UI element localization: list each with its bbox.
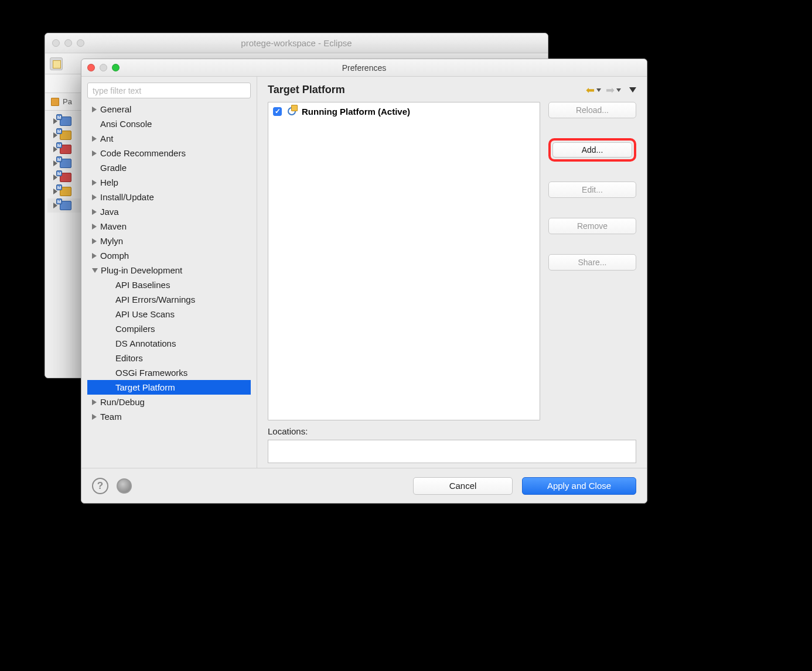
- page-header: Target Platform ⬅ ➡: [268, 84, 636, 96]
- add-button-highlight: Add...: [548, 138, 636, 162]
- preferences-footer: ? Cancel Apply and Close: [81, 468, 647, 503]
- tree-item-oomph[interactable]: Oomph: [87, 248, 251, 263]
- target-row[interactable]: Running Platform (Active): [273, 106, 535, 117]
- locations-label: Locations:: [268, 426, 636, 436]
- preferences-title: Preferences: [81, 63, 647, 73]
- tree-item-install-update[interactable]: Install/Update: [87, 190, 251, 204]
- preferences-tree-pane: General Ansi Console Ant Code Recommende…: [81, 77, 257, 468]
- tree-item-ant[interactable]: Ant: [87, 131, 251, 146]
- tree-item-mylyn[interactable]: Mylyn: [87, 234, 251, 248]
- edit-button[interactable]: Edit...: [548, 182, 636, 198]
- nav-back-button[interactable]: ⬅: [586, 85, 601, 95]
- reload-button[interactable]: Reload...: [548, 102, 636, 118]
- tree-item-plugin-dev[interactable]: Plug-in Development: [87, 263, 251, 278]
- filter-input[interactable]: [87, 83, 251, 98]
- target-label: Running Platform (Active): [302, 107, 410, 117]
- target-checkbox[interactable]: [273, 107, 282, 116]
- arrow-right-icon: ➡: [606, 85, 615, 95]
- oomph-record-icon[interactable]: [117, 478, 132, 494]
- package-explorer-icon: [51, 98, 59, 106]
- preferences-dialog: Preferences General Ansi Console Ant Cod…: [81, 59, 647, 504]
- page-nav-arrows: ⬅ ➡: [586, 85, 636, 95]
- target-definitions-list[interactable]: Running Platform (Active): [268, 102, 540, 420]
- target-side-buttons: Reload... Add... Edit... Remove Share...: [548, 102, 636, 420]
- tree-item-general[interactable]: General: [87, 102, 251, 117]
- chevron-down-icon: [616, 88, 621, 92]
- arrow-left-icon: ⬅: [586, 85, 595, 95]
- page-title: Target Platform: [268, 84, 345, 96]
- tree-item-run-debug[interactable]: Run/Debug: [87, 395, 251, 409]
- target-platform-icon: [286, 106, 297, 117]
- tree-item-help[interactable]: Help: [87, 175, 251, 190]
- locations-list[interactable]: [268, 440, 636, 463]
- new-icon[interactable]: [50, 57, 63, 70]
- tree-item-compilers[interactable]: Compilers: [87, 321, 251, 336]
- package-explorer-label: Pa: [63, 97, 72, 106]
- share-button[interactable]: Share...: [548, 254, 636, 271]
- tree-item-api-baselines[interactable]: API Baselines: [87, 278, 251, 292]
- preferences-titlebar: Preferences: [81, 59, 647, 77]
- tree-item-ds-annotations[interactable]: DS Annotations: [87, 336, 251, 351]
- tree-item-osgi-frameworks[interactable]: OSGi Frameworks: [87, 365, 251, 380]
- apply-and-close-button[interactable]: Apply and Close: [522, 477, 636, 495]
- eclipse-window-title: protege-workspace - Eclipse: [45, 38, 548, 48]
- cancel-button[interactable]: Cancel: [413, 477, 513, 495]
- nav-forward-button[interactable]: ➡: [606, 85, 621, 95]
- help-icon[interactable]: ?: [92, 478, 108, 494]
- tree-item-team[interactable]: Team: [87, 409, 251, 424]
- remove-button[interactable]: Remove: [548, 218, 636, 234]
- tree-item-target-platform[interactable]: Target Platform: [87, 380, 251, 395]
- tree-item-gradle[interactable]: Gradle: [87, 160, 251, 175]
- chevron-down-icon: [596, 88, 601, 92]
- preferences-page: Target Platform ⬅ ➡ Running Pl: [257, 77, 647, 468]
- add-button[interactable]: Add...: [552, 142, 632, 158]
- eclipse-titlebar: protege-workspace - Eclipse: [45, 33, 548, 53]
- tree-item-ansi-console[interactable]: Ansi Console: [87, 117, 251, 131]
- tree-item-maven[interactable]: Maven: [87, 219, 251, 234]
- tree-item-code-recommenders[interactable]: Code Recommenders: [87, 146, 251, 160]
- tree-item-editors[interactable]: Editors: [87, 351, 251, 365]
- tree-item-api-errors[interactable]: API Errors/Warnings: [87, 292, 251, 307]
- page-menu-icon[interactable]: [629, 87, 636, 93]
- preferences-tree[interactable]: General Ansi Console Ant Code Recommende…: [87, 102, 251, 464]
- tree-item-api-use-scans[interactable]: API Use Scans: [87, 307, 251, 321]
- tree-item-java[interactable]: Java: [87, 204, 251, 219]
